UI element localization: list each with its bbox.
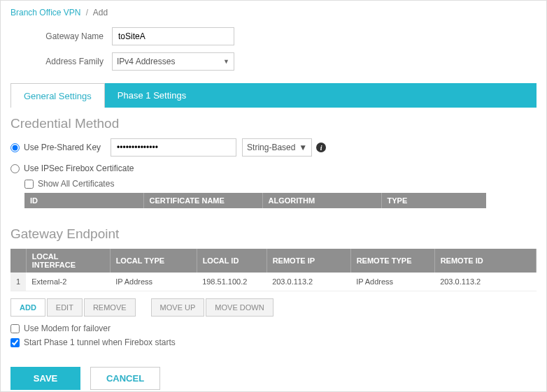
use-cert-radio[interactable] bbox=[10, 164, 20, 173]
cert-col-type: TYPE bbox=[381, 193, 486, 208]
cert-col-id: ID bbox=[24, 193, 143, 208]
ep-row-remote-ip: 203.0.113.2 bbox=[267, 273, 350, 291]
use-psk-label: Use Pre-Shared Key bbox=[24, 143, 101, 152]
cert-col-name: CERTIFICATE NAME bbox=[143, 193, 262, 208]
ep-col-num bbox=[10, 249, 26, 273]
ep-col-local-if: LOCAL INTERFACE bbox=[26, 249, 110, 273]
use-modem-checkbox[interactable] bbox=[10, 324, 20, 333]
edit-button[interactable]: EDIT bbox=[47, 298, 83, 317]
breadcrumb-current: Add bbox=[93, 8, 108, 17]
endpoint-table: LOCAL INTERFACE LOCAL TYPE LOCAL ID REMO… bbox=[10, 249, 537, 291]
ep-row-remote-type: IP Address bbox=[350, 273, 434, 291]
chevron-down-icon: ▼ bbox=[299, 143, 307, 152]
breadcrumb-separator: / bbox=[86, 8, 88, 17]
breadcrumb-root-link[interactable]: Branch Office VPN bbox=[10, 8, 81, 17]
certificate-table: ID CERTIFICATE NAME ALGORITHM TYPE bbox=[24, 193, 486, 208]
psk-input[interactable] bbox=[111, 138, 236, 157]
use-psk-radio[interactable] bbox=[10, 143, 20, 152]
save-button[interactable]: SAVE bbox=[10, 367, 80, 390]
psk-mode-value: String-Based bbox=[247, 143, 295, 152]
ep-col-remote-id: REMOTE ID bbox=[434, 249, 536, 273]
move-up-button[interactable]: MOVE UP bbox=[151, 298, 205, 317]
psk-mode-select[interactable]: String-Based ▼ bbox=[242, 138, 312, 157]
cert-col-algo: ALGORITHM bbox=[262, 193, 381, 208]
show-all-certs-checkbox[interactable] bbox=[24, 180, 34, 189]
ep-col-local-type: LOCAL TYPE bbox=[110, 249, 197, 273]
breadcrumb: Branch Office VPN / Add bbox=[10, 8, 537, 17]
start-phase1-label: Start Phase 1 tunnel when Firebox starts bbox=[24, 337, 176, 347]
credential-method-title: Credential Method bbox=[10, 116, 537, 131]
move-down-button[interactable]: MOVE DOWN bbox=[206, 298, 273, 317]
table-row[interactable]: 1 External-2 IP Address 198.51.100.2 203… bbox=[10, 273, 537, 291]
ep-row-num: 1 bbox=[10, 273, 26, 291]
use-modem-label: Use Modem for failover bbox=[24, 324, 111, 333]
ep-row-local-if: External-2 bbox=[26, 273, 110, 291]
tab-phase1-settings[interactable]: Phase 1 Settings bbox=[105, 83, 199, 108]
remove-button[interactable]: REMOVE bbox=[84, 298, 136, 317]
ep-row-local-id: 198.51.100.2 bbox=[197, 273, 267, 291]
add-button[interactable]: ADD bbox=[10, 298, 45, 317]
use-cert-label: Use IPSec Firebox Certificate bbox=[24, 164, 134, 173]
show-all-certs-label: Show All Certificates bbox=[38, 179, 114, 189]
tab-bar: General Settings Phase 1 Settings bbox=[10, 83, 537, 108]
ep-col-local-id: LOCAL ID bbox=[197, 249, 267, 273]
address-family-label: Address Family bbox=[10, 57, 112, 66]
ep-row-remote-id: 203.0.113.2 bbox=[434, 273, 536, 291]
gateway-name-label: Gateway Name bbox=[10, 31, 112, 41]
ep-col-remote-type: REMOTE TYPE bbox=[350, 249, 434, 273]
tab-general-settings[interactable]: General Settings bbox=[10, 83, 105, 108]
address-family-select[interactable]: IPv4 Addresses ▼ bbox=[112, 52, 234, 71]
chevron-down-icon: ▼ bbox=[223, 58, 229, 65]
ep-row-local-type: IP Address bbox=[110, 273, 197, 291]
start-phase1-checkbox[interactable] bbox=[10, 338, 20, 347]
gateway-endpoint-title: Gateway Endpoint bbox=[10, 226, 537, 242]
address-family-value: IPv4 Addresses bbox=[117, 57, 175, 66]
gateway-name-input[interactable] bbox=[112, 27, 234, 45]
cancel-button[interactable]: CANCEL bbox=[90, 367, 160, 390]
ep-col-remote-ip: REMOTE IP bbox=[267, 249, 350, 273]
info-icon[interactable]: i bbox=[316, 143, 326, 152]
